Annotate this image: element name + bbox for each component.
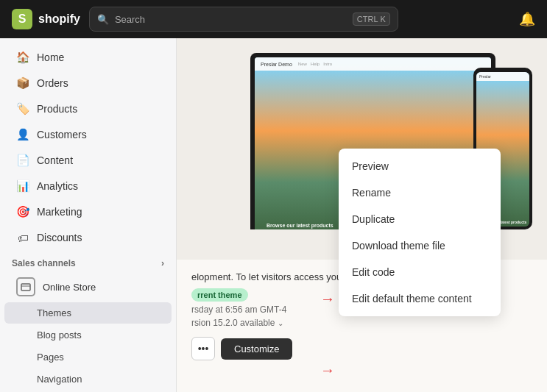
blog-posts-label: Blog posts: [37, 329, 82, 341]
search-icon: 🔍: [97, 14, 109, 25]
theme-version-text: rsion 15.2.0 available ⌄: [191, 318, 532, 328]
theme-area: Preslar Demo New Help Intro Browse our l…: [177, 38, 547, 392]
dropdown-menu: Preview Rename Duplicate Download theme …: [339, 149, 501, 316]
sidebar-item-online-store[interactable]: Online Store: [4, 272, 172, 302]
current-theme-badge: rrent theme: [191, 288, 248, 302]
sidebar-item-label: Content: [37, 154, 73, 166]
dropdown-item-rename[interactable]: Rename: [339, 179, 501, 206]
customize-button[interactable]: Customize: [221, 338, 292, 360]
mobile-browser-bar: Preslar: [476, 72, 529, 81]
sidebar-item-label: Analytics: [37, 180, 78, 192]
sidebar-item-marketing[interactable]: 🎯 Marketing: [4, 199, 172, 224]
navigation-label: Navigation: [37, 374, 82, 385]
dropdown-item-edit-default[interactable]: Edit default theme content: [339, 285, 501, 312]
sidebar-item-analytics[interactable]: 📊 Analytics: [4, 174, 172, 199]
marketing-icon: 🎯: [16, 205, 29, 218]
customers-icon: 👤: [16, 128, 29, 141]
arrow-edit-code: →: [320, 291, 335, 307]
sidebar: 🏠 Home 📦 Orders 🏷️ Products 👤 Customers …: [0, 38, 177, 392]
dropdown-item-preview[interactable]: Preview: [339, 153, 501, 179]
sidebar-item-label: Discounts: [37, 232, 82, 243]
discounts-icon: 🏷: [16, 231, 29, 244]
top-navigation: S shopify 🔍 Search CTRL K 🔔: [0, 0, 547, 38]
shopify-logo[interactable]: S shopify: [12, 9, 80, 29]
shortcut-ctrl: CTRL: [357, 15, 378, 24]
content-icon: 📄: [16, 154, 29, 167]
svg-rect-0: [21, 284, 30, 291]
search-placeholder: Search: [115, 14, 145, 25]
arrow-customize: →: [320, 362, 335, 379]
shopify-logo-text: shopify: [38, 13, 80, 26]
sales-channels-expand-icon[interactable]: ›: [161, 258, 164, 268]
sidebar-item-blog-posts[interactable]: Blog posts: [4, 324, 172, 346]
dropdown-item-edit-code[interactable]: Edit code: [339, 259, 501, 285]
online-store-icon: [16, 277, 35, 296]
sales-channels-label: Sales channels: [12, 258, 76, 268]
products-icon: 🏷️: [16, 102, 29, 115]
dropdown-item-duplicate[interactable]: Duplicate: [339, 206, 501, 232]
themes-label: Themes: [37, 307, 71, 318]
content-area: Preslar Demo New Help Intro Browse our l…: [177, 38, 547, 392]
sidebar-item-navigation[interactable]: Navigation: [4, 368, 172, 390]
sidebar-item-label: Products: [37, 103, 77, 115]
orders-icon: 📦: [16, 76, 29, 90]
desktop-browse-text: Browse our latest products: [267, 223, 334, 228]
shopify-logo-icon: S: [12, 9, 32, 29]
sidebar-item-pages[interactable]: Pages: [4, 346, 172, 368]
sidebar-item-label: Orders: [37, 77, 68, 89]
desktop-browser-bar: Preslar Demo New Help Intro: [255, 57, 491, 71]
sidebar-item-home[interactable]: 🏠 Home: [4, 45, 172, 70]
sidebar-item-label: Home: [37, 51, 64, 63]
theme-actions: ••• Customize: [191, 337, 532, 360]
sidebar-item-customers[interactable]: 👤 Customers: [4, 122, 172, 147]
version-chevron-icon[interactable]: ⌄: [278, 319, 283, 327]
dropdown-item-download[interactable]: Download theme file: [339, 232, 501, 259]
sidebar-item-themes[interactable]: Themes: [4, 302, 172, 324]
sidebar-item-products[interactable]: 🏷️ Products: [4, 96, 172, 121]
sidebar-item-discounts[interactable]: 🏷 Discounts: [4, 225, 172, 250]
sidebar-item-label: Customers: [37, 129, 87, 140]
sales-channels-section: Sales channels ›: [0, 251, 176, 271]
analytics-icon: 📊: [16, 179, 29, 193]
notification-bell[interactable]: 🔔: [519, 11, 535, 27]
home-icon: 🏠: [16, 51, 29, 64]
search-bar[interactable]: 🔍 Search CTRL K: [89, 7, 398, 32]
pages-label: Pages: [37, 352, 64, 363]
more-actions-button[interactable]: •••: [191, 337, 215, 360]
search-shortcut: CTRL K: [353, 13, 390, 26]
sidebar-item-orders[interactable]: 📦 Orders: [4, 71, 172, 96]
sidebar-item-label: Marketing: [37, 206, 82, 218]
online-store-label: Online Store: [43, 282, 96, 293]
shortcut-k: K: [381, 15, 386, 24]
sidebar-item-content[interactable]: 📄 Content: [4, 148, 172, 173]
main-layout: 🏠 Home 📦 Orders 🏷️ Products 👤 Customers …: [0, 38, 547, 392]
